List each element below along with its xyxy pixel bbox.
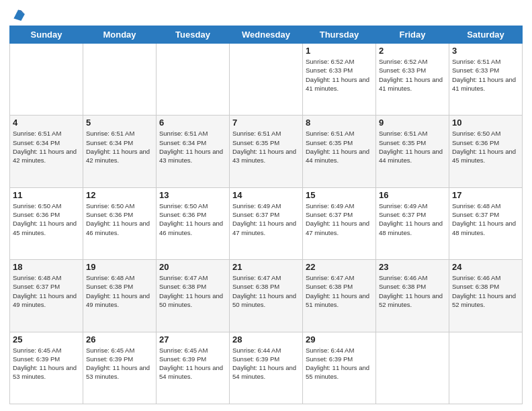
day-info: Sunrise: 6:49 AM Sunset: 6:37 PM Dayligh… xyxy=(379,201,446,237)
calendar-cell: 24Sunrise: 6:46 AM Sunset: 6:38 PM Dayli… xyxy=(449,260,523,332)
calendar-cell: 28Sunrise: 6:44 AM Sunset: 6:39 PM Dayli… xyxy=(230,332,303,404)
day-info: Sunrise: 6:45 AM Sunset: 6:39 PM Dayligh… xyxy=(159,346,226,381)
svg-marker-0 xyxy=(13,9,25,21)
day-info: Sunrise: 6:48 AM Sunset: 6:37 PM Dayligh… xyxy=(13,273,80,309)
calendar-table: SundayMondayTuesdayWednesdayThursdayFrid… xyxy=(9,26,523,404)
day-info: Sunrise: 6:51 AM Sunset: 6:35 PM Dayligh… xyxy=(232,129,300,165)
day-info: Sunrise: 6:45 AM Sunset: 6:39 PM Dayligh… xyxy=(13,346,80,381)
day-number: 9 xyxy=(379,118,446,128)
calendar-cell: 16Sunrise: 6:49 AM Sunset: 6:37 PM Dayli… xyxy=(376,187,449,259)
calendar-cell xyxy=(83,44,157,116)
day-info: Sunrise: 6:48 AM Sunset: 6:38 PM Dayligh… xyxy=(86,273,153,309)
calendar-cell: 8Sunrise: 6:51 AM Sunset: 6:35 PM Daylig… xyxy=(303,116,376,187)
calendar-cell: 9Sunrise: 6:51 AM Sunset: 6:35 PM Daylig… xyxy=(376,116,449,187)
calendar-cell: 22Sunrise: 6:47 AM Sunset: 6:38 PM Dayli… xyxy=(303,260,376,332)
calendar-cell: 21Sunrise: 6:47 AM Sunset: 6:38 PM Dayli… xyxy=(230,260,303,332)
day-number: 7 xyxy=(232,118,300,128)
day-info: Sunrise: 6:45 AM Sunset: 6:39 PM Dayligh… xyxy=(86,346,153,381)
day-info: Sunrise: 6:49 AM Sunset: 6:37 PM Dayligh… xyxy=(306,201,373,237)
day-info: Sunrise: 6:51 AM Sunset: 6:34 PM Dayligh… xyxy=(13,129,80,165)
day-info: Sunrise: 6:51 AM Sunset: 6:35 PM Dayligh… xyxy=(379,129,446,165)
calendar-cell: 19Sunrise: 6:48 AM Sunset: 6:38 PM Dayli… xyxy=(83,260,157,332)
day-info: Sunrise: 6:46 AM Sunset: 6:38 PM Dayligh… xyxy=(379,273,446,309)
calendar-week-row: 11Sunrise: 6:50 AM Sunset: 6:36 PM Dayli… xyxy=(10,187,523,259)
calendar-header-wednesday: Wednesday xyxy=(230,26,303,44)
day-info: Sunrise: 6:46 AM Sunset: 6:38 PM Dayligh… xyxy=(452,273,519,309)
day-number: 29 xyxy=(306,334,373,345)
day-info: Sunrise: 6:50 AM Sunset: 6:36 PM Dayligh… xyxy=(13,201,80,237)
calendar-week-row: 4Sunrise: 6:51 AM Sunset: 6:34 PM Daylig… xyxy=(10,116,523,187)
calendar-cell: 13Sunrise: 6:50 AM Sunset: 6:36 PM Dayli… xyxy=(157,187,230,259)
calendar-cell: 25Sunrise: 6:45 AM Sunset: 6:39 PM Dayli… xyxy=(10,332,83,404)
calendar-cell: 27Sunrise: 6:45 AM Sunset: 6:39 PM Dayli… xyxy=(157,332,230,404)
calendar-cell xyxy=(10,44,83,116)
calendar-header-row: SundayMondayTuesdayWednesdayThursdayFrid… xyxy=(10,26,523,44)
day-number: 27 xyxy=(159,334,226,345)
day-info: Sunrise: 6:50 AM Sunset: 6:36 PM Dayligh… xyxy=(86,201,153,237)
calendar-cell: 6Sunrise: 6:51 AM Sunset: 6:34 PM Daylig… xyxy=(157,116,230,187)
header xyxy=(9,7,523,21)
calendar-cell: 5Sunrise: 6:51 AM Sunset: 6:34 PM Daylig… xyxy=(83,116,157,187)
calendar-header-monday: Monday xyxy=(83,26,157,44)
calendar-cell: 4Sunrise: 6:51 AM Sunset: 6:34 PM Daylig… xyxy=(10,116,83,187)
calendar-cell: 18Sunrise: 6:48 AM Sunset: 6:37 PM Dayli… xyxy=(10,260,83,332)
calendar-cell xyxy=(449,332,523,404)
day-number: 25 xyxy=(13,334,80,345)
day-number: 23 xyxy=(379,262,446,272)
day-number: 16 xyxy=(379,190,446,200)
day-info: Sunrise: 6:51 AM Sunset: 6:34 PM Dayligh… xyxy=(86,129,153,165)
calendar-header-thursday: Thursday xyxy=(303,26,376,44)
day-number: 8 xyxy=(306,118,373,128)
day-number: 20 xyxy=(159,262,226,272)
day-number: 10 xyxy=(452,118,519,128)
calendar-cell xyxy=(230,44,303,116)
day-number: 14 xyxy=(232,190,300,200)
calendar-cell: 2Sunrise: 6:52 AM Sunset: 6:33 PM Daylig… xyxy=(376,44,449,116)
day-number: 18 xyxy=(13,262,80,272)
calendar-cell: 7Sunrise: 6:51 AM Sunset: 6:35 PM Daylig… xyxy=(230,116,303,187)
day-number: 5 xyxy=(86,118,153,128)
calendar-cell: 26Sunrise: 6:45 AM Sunset: 6:39 PM Dayli… xyxy=(83,332,157,404)
calendar-header-saturday: Saturday xyxy=(449,26,523,44)
day-number: 28 xyxy=(232,334,300,345)
calendar-header-friday: Friday xyxy=(376,26,449,44)
calendar-cell: 15Sunrise: 6:49 AM Sunset: 6:37 PM Dayli… xyxy=(303,187,376,259)
day-number: 2 xyxy=(379,46,446,56)
day-info: Sunrise: 6:51 AM Sunset: 6:35 PM Dayligh… xyxy=(306,129,373,165)
day-info: Sunrise: 6:44 AM Sunset: 6:39 PM Dayligh… xyxy=(232,346,300,381)
calendar-cell: 3Sunrise: 6:51 AM Sunset: 6:33 PM Daylig… xyxy=(449,44,523,116)
calendar-cell: 20Sunrise: 6:47 AM Sunset: 6:38 PM Dayli… xyxy=(157,260,230,332)
calendar-cell: 1Sunrise: 6:52 AM Sunset: 6:33 PM Daylig… xyxy=(303,44,376,116)
calendar-cell: 29Sunrise: 6:44 AM Sunset: 6:39 PM Dayli… xyxy=(303,332,376,404)
day-number: 22 xyxy=(306,262,373,272)
day-number: 19 xyxy=(86,262,153,272)
calendar-cell: 12Sunrise: 6:50 AM Sunset: 6:36 PM Dayli… xyxy=(83,187,157,259)
day-info: Sunrise: 6:51 AM Sunset: 6:34 PM Dayligh… xyxy=(159,129,226,165)
day-number: 17 xyxy=(452,190,519,200)
day-number: 11 xyxy=(13,190,80,200)
logo xyxy=(9,7,26,21)
page: SundayMondayTuesdayWednesdayThursdayFrid… xyxy=(0,0,532,411)
day-number: 13 xyxy=(159,190,226,200)
calendar-week-row: 18Sunrise: 6:48 AM Sunset: 6:37 PM Dayli… xyxy=(10,260,523,332)
day-info: Sunrise: 6:47 AM Sunset: 6:38 PM Dayligh… xyxy=(306,273,373,309)
day-number: 12 xyxy=(86,190,153,200)
day-info: Sunrise: 6:50 AM Sunset: 6:36 PM Dayligh… xyxy=(452,129,519,165)
day-info: Sunrise: 6:48 AM Sunset: 6:37 PM Dayligh… xyxy=(452,201,519,237)
day-info: Sunrise: 6:47 AM Sunset: 6:38 PM Dayligh… xyxy=(232,273,300,309)
day-number: 26 xyxy=(86,334,153,345)
day-number: 24 xyxy=(452,262,519,272)
calendar-cell xyxy=(376,332,449,404)
day-info: Sunrise: 6:49 AM Sunset: 6:37 PM Dayligh… xyxy=(232,201,300,237)
day-info: Sunrise: 6:51 AM Sunset: 6:33 PM Dayligh… xyxy=(452,57,519,93)
day-info: Sunrise: 6:50 AM Sunset: 6:36 PM Dayligh… xyxy=(159,201,226,237)
calendar-cell xyxy=(157,44,230,116)
calendar-cell: 11Sunrise: 6:50 AM Sunset: 6:36 PM Dayli… xyxy=(10,187,83,259)
day-info: Sunrise: 6:52 AM Sunset: 6:33 PM Dayligh… xyxy=(306,57,373,93)
calendar-cell: 14Sunrise: 6:49 AM Sunset: 6:37 PM Dayli… xyxy=(230,187,303,259)
logo-icon xyxy=(11,7,26,21)
calendar-cell: 10Sunrise: 6:50 AM Sunset: 6:36 PM Dayli… xyxy=(449,116,523,187)
calendar-week-row: 1Sunrise: 6:52 AM Sunset: 6:33 PM Daylig… xyxy=(10,44,523,116)
calendar-week-row: 25Sunrise: 6:45 AM Sunset: 6:39 PM Dayli… xyxy=(10,332,523,404)
calendar-header-tuesday: Tuesday xyxy=(157,26,230,44)
